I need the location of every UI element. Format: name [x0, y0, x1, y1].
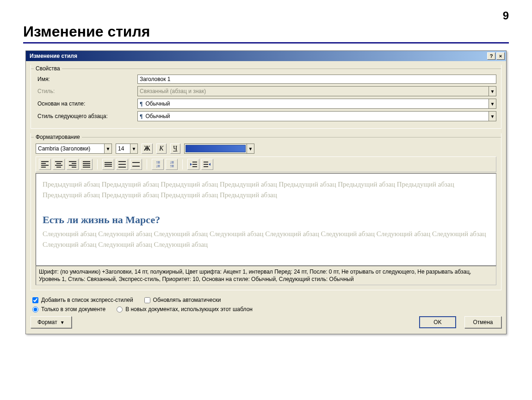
fontsize-combo[interactable]: 14 ▼: [116, 144, 138, 154]
style-options: Добавить в список экспресс-стилей Обновл…: [32, 297, 501, 312]
help-button[interactable]: ?: [487, 52, 495, 60]
formatting-legend: Форматирование: [34, 134, 82, 140]
italic-button[interactable]: К: [156, 144, 167, 154]
svg-rect-4: [204, 162, 208, 162]
page-title: Изменение стиля: [23, 23, 509, 40]
linespacing-15-button[interactable]: [116, 159, 128, 170]
pilcrow-icon: ¶: [140, 100, 142, 107]
fontcolor-picker[interactable]: ▼: [184, 144, 254, 154]
svg-rect-1: [192, 164, 197, 165]
svg-marker-7: [209, 163, 210, 166]
styletype-combo: Связанный (абзац и знак) ▼: [137, 86, 496, 96]
indent-increase-button[interactable]: [201, 159, 213, 170]
new-docs-input[interactable]: [117, 306, 123, 312]
font-value: Cambria (Заголовки): [36, 144, 104, 153]
align-center-button[interactable]: [53, 159, 65, 170]
only-this-doc-radio[interactable]: Только в этом документе: [32, 306, 105, 312]
only-this-doc-input[interactable]: [32, 306, 38, 312]
auto-update-checkbox[interactable]: Обновлять автоматически: [144, 297, 221, 303]
name-input[interactable]: [137, 75, 496, 84]
nextstyle-label: Стиль следующего абзаца:: [36, 113, 137, 119]
format-button[interactable]: Формат ▼: [31, 316, 72, 328]
page-number: 9: [503, 9, 509, 22]
fontsize-value: 14: [116, 144, 130, 153]
linespacing-1-button[interactable]: [102, 159, 114, 170]
style-description: Шрифт: (по умолчанию) +Заголовки, 14 пт,…: [36, 266, 496, 285]
styletype-value: Связанный (абзац и знак): [138, 87, 489, 96]
preview-next-paragraph: Следующий абзац Следующий абзац Следующи…: [43, 229, 489, 250]
styletype-label: Стиль:: [36, 88, 137, 94]
chevron-down-icon[interactable]: ▼: [104, 144, 111, 153]
close-button[interactable]: ×: [496, 52, 505, 60]
svg-marker-3: [190, 163, 192, 166]
ok-button[interactable]: OK: [419, 316, 456, 328]
font-combo[interactable]: Cambria (Заголовки) ▼: [36, 144, 112, 154]
basedon-label: Основан на стиле:: [36, 100, 137, 107]
new-docs-radio[interactable]: В новых документах, использующих этот ша…: [117, 306, 253, 312]
basedon-combo[interactable]: ¶Обычный ▼: [137, 99, 496, 109]
add-to-quickstyles-label: Добавить в список экспресс-стилей: [41, 297, 133, 303]
dialog-titlebar: Изменение стиля ? ×: [26, 51, 506, 61]
svg-rect-6: [204, 166, 208, 167]
preview-prev-paragraph: Предыдущий абзац Предыдущий абзац Предыд…: [43, 179, 489, 200]
format-button-label: Формат: [37, 319, 57, 325]
formatting-group: Форматирование Cambria (Заголовки) ▼ 14 …: [31, 133, 501, 290]
chevron-down-icon[interactable]: ▼: [130, 144, 137, 153]
paragraph-toolbar: ↑≡↓≡ ↓≡↑≡: [36, 156, 496, 172]
nextstyle-combo[interactable]: ¶Обычный ▼: [137, 111, 496, 121]
nextstyle-value: Обычный: [145, 113, 170, 119]
chevron-down-icon[interactable]: ▼: [489, 99, 496, 108]
name-label: Имя:: [36, 76, 137, 82]
dialog-title: Изменение стиля: [30, 53, 77, 59]
auto-update-input[interactable]: [144, 297, 150, 303]
properties-group: Свойства Имя: Стиль: Связанный (абзац и …: [31, 65, 501, 129]
space-before-inc-button[interactable]: ↑≡↓≡: [152, 159, 164, 170]
align-left-button[interactable]: [39, 159, 51, 170]
bold-button[interactable]: Ж: [142, 144, 153, 154]
add-to-quickstyles-input[interactable]: [32, 297, 38, 303]
align-right-button[interactable]: [67, 159, 79, 170]
title-rule: [23, 42, 509, 44]
chevron-down-icon[interactable]: ▼: [489, 112, 496, 121]
svg-rect-0: [192, 162, 197, 162]
align-justify-button[interactable]: [80, 159, 93, 170]
svg-rect-2: [192, 166, 197, 167]
linespacing-2-button[interactable]: [130, 159, 142, 170]
underline-button[interactable]: Ч: [170, 144, 180, 154]
new-docs-label: В новых документах, использующих этот ша…: [125, 306, 253, 312]
auto-update-label: Обновлять автоматически: [153, 297, 221, 303]
properties-legend: Свойства: [34, 65, 62, 72]
modify-style-dialog: Изменение стиля ? × Свойства Имя: Стиль:: [25, 50, 507, 334]
space-before-dec-button[interactable]: ↓≡↑≡: [166, 159, 178, 170]
add-to-quickstyles-checkbox[interactable]: Добавить в список экспресс-стилей: [32, 297, 133, 303]
chevron-down-icon: ▼: [60, 320, 65, 325]
pilcrow-icon: ¶: [140, 113, 142, 120]
preview-heading: Есть ли жизнь на Марсе?: [43, 214, 489, 226]
chevron-down-icon[interactable]: ▼: [247, 144, 254, 153]
svg-rect-5: [204, 164, 208, 165]
cancel-button[interactable]: Отмена: [464, 316, 501, 328]
color-swatch: [186, 145, 246, 152]
chevron-down-icon: ▼: [489, 87, 496, 96]
basedon-value: Обычный: [145, 100, 170, 107]
style-preview: Предыдущий абзац Предыдущий абзац Предыд…: [36, 173, 496, 266]
only-this-doc-label: Только в этом документе: [41, 306, 105, 312]
indent-decrease-button[interactable]: [187, 159, 199, 170]
